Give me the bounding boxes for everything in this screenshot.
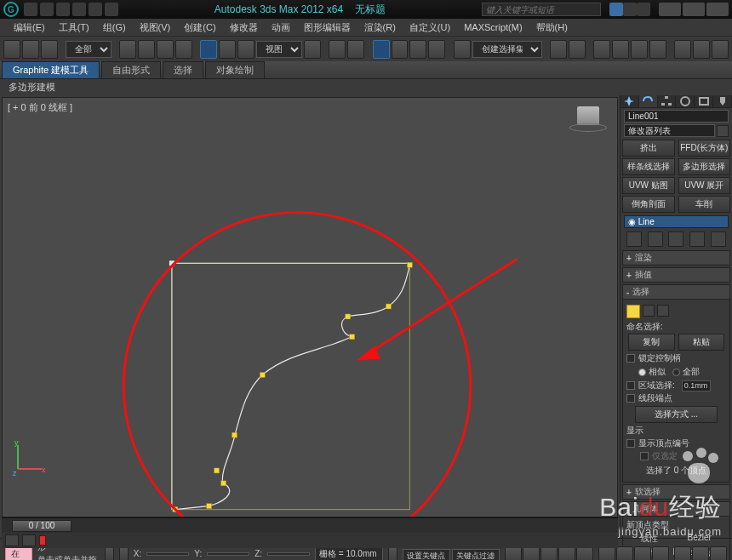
coord-x[interactable] [146, 552, 189, 556]
radio-all[interactable] [672, 369, 680, 376]
menu-group[interactable]: 组(G) [96, 21, 133, 34]
qat-btn[interactable] [24, 3, 37, 16]
menu-custom[interactable]: 自定义(U) [403, 21, 457, 34]
stack-item-line[interactable]: ◉ Line [625, 216, 728, 227]
cmd-tab-display[interactable] [695, 95, 713, 107]
chk-lock-handles[interactable] [626, 354, 635, 363]
set-key-btn[interactable]: 设置关键点 [403, 549, 450, 561]
render-setup-btn[interactable] [674, 40, 691, 59]
curve-editor-btn[interactable] [612, 40, 629, 59]
maximize-button[interactable] [683, 3, 705, 16]
time-slider[interactable]: 0 / 100 [2, 517, 618, 533]
window-crossing-btn[interactable] [175, 40, 192, 59]
qat-btn[interactable] [89, 3, 102, 16]
btn-poly-sel[interactable]: 多边形选择 [678, 158, 731, 175]
qat-btn[interactable] [72, 3, 86, 16]
menu-create[interactable]: 创建(C) [177, 21, 222, 34]
rotate-btn[interactable] [219, 40, 236, 59]
mod-list-config-btn[interactable] [717, 125, 729, 137]
nav-maximize-btn[interactable] [710, 546, 727, 561]
cmd-tab-hierarchy[interactable] [658, 95, 677, 107]
coord-y[interactable] [207, 552, 249, 556]
cmd-tab-utilities[interactable] [713, 95, 732, 107]
minimize-button[interactable] [659, 3, 681, 16]
qat-btn[interactable] [56, 3, 70, 16]
bind-btn[interactable] [41, 40, 58, 59]
render-btn[interactable] [712, 40, 729, 59]
modifier-list-dropdown[interactable]: 修改器列表 [624, 124, 715, 137]
btn-chamfer[interactable]: 倒角剖面 [622, 196, 675, 213]
subobj-segment-btn[interactable] [643, 305, 655, 317]
menu-render[interactable]: 渲染(R) [357, 21, 403, 34]
star-btn[interactable] [623, 3, 637, 16]
ribbon-tab-paint[interactable]: 对象绘制 [205, 61, 265, 78]
pivot-btn[interactable] [304, 40, 321, 59]
ribbon-tab-freeform[interactable]: 自由形式 [101, 61, 161, 78]
ref-coord-sys[interactable]: 视图 [256, 41, 302, 58]
schematic-btn[interactable] [631, 40, 648, 59]
btn-lathe[interactable]: 车削 [678, 196, 731, 213]
cmd-tab-motion[interactable] [676, 95, 695, 107]
time-slider-handle[interactable]: 0 / 100 [12, 520, 71, 532]
scale-btn[interactable] [237, 40, 254, 59]
ribbon-panel-label[interactable]: 多边形建模 [0, 78, 732, 95]
object-name-field[interactable]: Line001 [624, 110, 729, 123]
help-btn[interactable] [637, 3, 650, 16]
qat-btn[interactable] [105, 3, 118, 16]
rollout-softsel[interactable]: 软选择 [622, 484, 730, 500]
radio-similar[interactable] [638, 369, 646, 376]
keymode-btn[interactable] [347, 40, 364, 59]
btn-uvw-map[interactable]: UVW 贴图 [622, 177, 675, 194]
btn-uvw-unwrap[interactable]: UVW 展开 [678, 177, 731, 194]
menu-anim[interactable]: 动画 [265, 21, 297, 34]
rollout-render[interactable]: 渲染 [622, 250, 730, 266]
nav-region-btn[interactable] [674, 546, 691, 561]
so-remove[interactable] [689, 231, 705, 247]
track-bar[interactable] [2, 533, 618, 548]
select-region-btn[interactable] [157, 40, 174, 59]
angle-snap-btn[interactable] [392, 40, 409, 59]
percent-snap-btn[interactable] [409, 40, 426, 59]
chk-show-vertex-num[interactable] [626, 439, 635, 448]
spinner-snap-btn[interactable] [428, 40, 445, 59]
area-select-value[interactable]: 0.1mm [682, 380, 711, 391]
trackbar-filter[interactable] [22, 534, 36, 546]
nav-zoom-ext-btn[interactable] [634, 546, 651, 561]
select-btn[interactable] [119, 40, 136, 59]
chk-segment-end[interactable] [626, 394, 635, 403]
chk-only-selected[interactable] [640, 452, 649, 460]
coord-z[interactable] [267, 552, 310, 556]
btn-select-by[interactable]: 选择方式 ... [635, 406, 718, 423]
subobj-vertex-btn[interactable] [626, 305, 640, 318]
move-btn[interactable] [200, 40, 217, 59]
align-btn[interactable] [569, 40, 586, 59]
close-button[interactable] [706, 3, 729, 16]
rollout-selection[interactable]: 选择 [622, 284, 730, 300]
menu-graph[interactable]: 图形编辑器 [297, 21, 357, 34]
trackbar-toggle[interactable] [5, 534, 19, 546]
cmd-tab-create[interactable] [620, 95, 639, 107]
render-frame-btn[interactable] [693, 40, 710, 59]
btn-ffd[interactable]: FFD(长方体) [678, 140, 731, 157]
nav-zoom-btn[interactable] [616, 546, 633, 561]
menu-mod[interactable]: 修改器 [223, 21, 265, 34]
selection-filter[interactable]: 全部 [66, 41, 112, 58]
modifier-stack[interactable]: ◉ Line [624, 215, 729, 228]
ribbon-tab-selection[interactable]: 选择 [163, 61, 203, 78]
chk-area-select[interactable] [626, 381, 635, 390]
layer-btn[interactable] [593, 40, 610, 59]
key-filters-btn[interactable]: 关键点过滤器 [452, 549, 500, 561]
so-pin-stack[interactable] [626, 231, 642, 247]
nav-orbit-btn[interactable] [692, 546, 709, 561]
named-sel-set[interactable]: 创建选择集 [472, 41, 542, 58]
btn-spline-sel[interactable]: 样条线选择 [622, 158, 675, 175]
unlink-btn[interactable] [22, 40, 39, 59]
keyframe-marker[interactable] [39, 535, 46, 546]
viewport-front[interactable]: [ + 0 前 0 线框 ] [2, 97, 618, 517]
nav-fov-btn[interactable] [652, 546, 669, 561]
menu-view[interactable]: 视图(V) [133, 21, 178, 34]
menu-script[interactable]: MAXScript(M) [457, 22, 529, 32]
menu-tools[interactable]: 工具(T) [52, 21, 96, 34]
infocenter-search[interactable] [482, 3, 601, 16]
link-btn[interactable] [3, 40, 20, 59]
